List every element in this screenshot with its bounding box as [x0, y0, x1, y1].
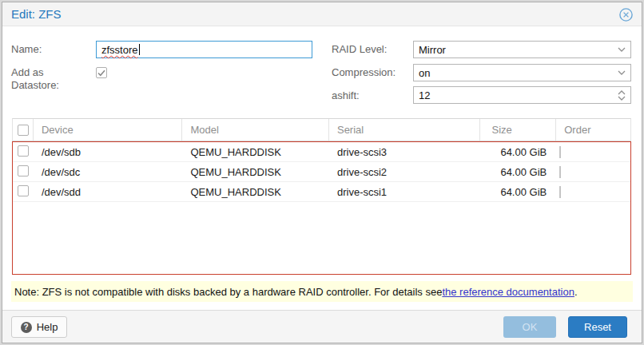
dialog-title: Edit: ZFS [11, 7, 62, 21]
compression-combo[interactable]: on [413, 64, 631, 81]
row-checkbox[interactable] [18, 145, 29, 157]
name-label: Name: [11, 43, 91, 56]
ashift-label: ashift: [332, 89, 411, 102]
close-icon[interactable] [619, 8, 633, 22]
order-spinner[interactable] [559, 186, 561, 198]
column-header-order[interactable]: Order [556, 119, 630, 141]
row-checkbox[interactable] [18, 165, 29, 176]
column-header-model[interactable]: Model [182, 119, 329, 141]
column-header-serial[interactable]: Serial [329, 119, 481, 141]
column-header-size[interactable]: Size [480, 119, 556, 141]
note-text: Note: ZFS is not compatible with disks b… [14, 286, 442, 298]
text-caret [139, 44, 140, 55]
raid-level-value: Mirror [419, 44, 446, 56]
order-spinner[interactable] [559, 166, 561, 178]
compression-label: Compression: [332, 66, 411, 79]
order-cell [556, 186, 630, 198]
select-all-checkbox[interactable] [18, 125, 29, 136]
order-cell [556, 166, 630, 178]
compression-value: on [419, 67, 430, 79]
model-cell: QEMU_HARDDISK [182, 186, 329, 198]
device-cell: /dev/sdc [34, 166, 183, 178]
note-text-suffix: . [574, 286, 578, 298]
serial-cell: drive-scsi2 [329, 166, 481, 178]
ok-button[interactable]: OK [503, 316, 556, 338]
row-checkbox-cell [13, 185, 34, 199]
device-cell: /dev/sdd [34, 186, 183, 198]
reference-documentation-link[interactable]: the reference documentation [442, 286, 574, 298]
order-spinner[interactable] [559, 146, 561, 158]
size-cell: 64.00 GiB [480, 146, 556, 158]
model-cell: QEMU_HARDDISK [182, 146, 329, 158]
reset-button-label: Reset [584, 321, 611, 333]
disk-table-header: Device Model Serial Size Order [12, 118, 631, 141]
size-cell: 64.00 GiB [480, 186, 556, 198]
serial-cell: drive-scsi3 [329, 146, 481, 158]
table-row[interactable]: /dev/sdc QEMU_HARDDISK drive-scsi2 64.00… [13, 162, 630, 182]
check-icon [97, 69, 105, 77]
spinner-up-icon[interactable] [618, 90, 626, 95]
model-cell: QEMU_HARDDISK [182, 166, 329, 178]
chevron-down-icon[interactable] [618, 65, 626, 81]
serial-cell: drive-scsi1 [329, 186, 481, 198]
raid-level-label: RAID Level: [332, 43, 411, 56]
row-checkbox[interactable] [18, 185, 29, 196]
help-button[interactable]: ? Help [11, 316, 67, 338]
add-as-datastore-checkbox[interactable] [96, 67, 107, 78]
ashift-value: 12 [419, 89, 430, 101]
ashift-spinner[interactable]: 12 [413, 86, 631, 104]
disk-table-body: /dev/sdb QEMU_HARDDISK drive-scsi3 64.00… [12, 141, 631, 275]
name-input[interactable]: zfsstore [96, 41, 312, 58]
spinner-down-icon[interactable] [618, 96, 626, 101]
dialog-footer: ? Help OK Reset [2, 310, 642, 343]
help-button-label: Help [37, 321, 58, 333]
order-cell [556, 146, 630, 158]
help-icon: ? [21, 322, 32, 333]
row-checkbox-cell [13, 145, 34, 159]
add-as-datastore-label: Add as Datastore: [11, 66, 88, 92]
zfs-note: Note: ZFS is not compatible with disks b… [11, 281, 633, 302]
chevron-down-icon[interactable] [618, 42, 626, 58]
size-cell: 64.00 GiB [480, 166, 556, 178]
ok-button-label: OK [523, 321, 538, 333]
device-cell: /dev/sdb [34, 146, 183, 158]
reset-button[interactable]: Reset [568, 316, 627, 338]
table-row[interactable]: /dev/sdb QEMU_HARDDISK drive-scsi3 64.00… [13, 142, 630, 162]
select-all-cell [13, 119, 34, 141]
edit-zfs-dialog: Edit: ZFS Name: zfsstore Add as Datastor… [2, 2, 642, 343]
raid-level-combo[interactable]: Mirror [413, 41, 631, 58]
column-header-device[interactable]: Device [34, 119, 183, 141]
table-row[interactable]: /dev/sdd QEMU_HARDDISK drive-scsi1 64.00… [13, 182, 630, 202]
row-checkbox-cell [13, 165, 34, 179]
name-input-value: zfsstore [101, 44, 138, 56]
dialog-titlebar: Edit: ZFS [2, 2, 642, 26]
